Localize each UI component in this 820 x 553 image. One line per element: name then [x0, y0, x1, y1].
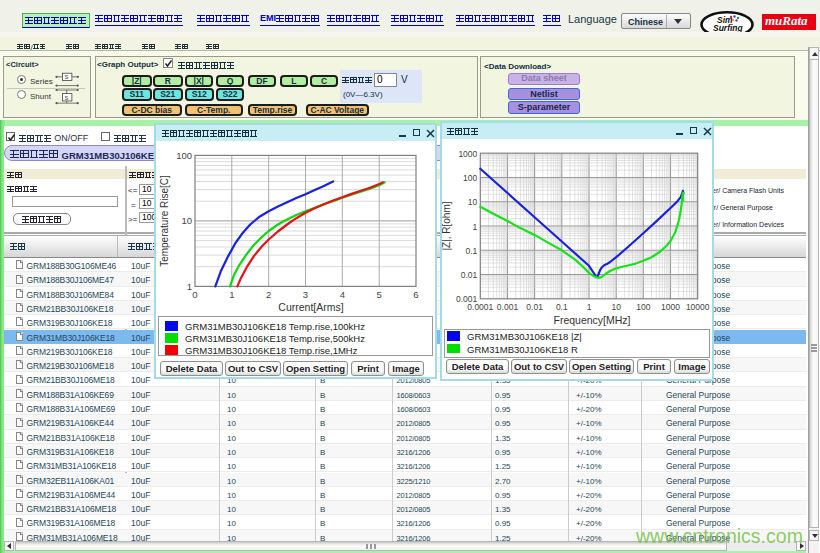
svg-text:1: 1 [187, 281, 192, 292]
svg-text:100: 100 [176, 150, 192, 161]
svg-text:1000: 1000 [458, 149, 477, 159]
svg-text:Frequency[MHz]: Frequency[MHz] [553, 314, 630, 326]
svg-text:0.01: 0.01 [526, 302, 543, 312]
svg-text:1000: 1000 [661, 302, 680, 312]
svg-text:10: 10 [468, 197, 478, 207]
svg-text:10000: 10000 [686, 302, 710, 312]
svg-text:0.01: 0.01 [461, 270, 478, 280]
svg-text:10: 10 [181, 215, 192, 226]
svg-text:0.1: 0.1 [465, 246, 477, 256]
svg-text:3: 3 [303, 289, 308, 300]
svg-text:Current[Arms]: Current[Arms] [278, 301, 343, 313]
svg-text:100: 100 [463, 173, 477, 183]
svg-text:S: S [65, 74, 69, 80]
svg-text:4: 4 [340, 289, 345, 300]
svg-text:2: 2 [266, 289, 271, 300]
svg-text:6: 6 [413, 289, 418, 300]
svg-text:1: 1 [587, 302, 592, 312]
svg-text:1: 1 [473, 222, 478, 232]
svg-text:Temperature Rise[C]: Temperature Rise[C] [159, 175, 170, 267]
svg-text:10: 10 [611, 302, 621, 312]
svg-text:100: 100 [636, 302, 650, 312]
svg-text:1: 1 [229, 289, 234, 300]
svg-text:|Z|, R[ohm]: |Z|, R[ohm] [442, 201, 452, 250]
svg-text:0: 0 [192, 289, 197, 300]
svg-text:5: 5 [377, 289, 382, 300]
svg-text:S: S [65, 95, 69, 101]
svg-text:0.001: 0.001 [497, 302, 519, 312]
svg-text:0.1: 0.1 [556, 302, 568, 312]
svg-text:0.0001: 0.0001 [467, 302, 493, 312]
